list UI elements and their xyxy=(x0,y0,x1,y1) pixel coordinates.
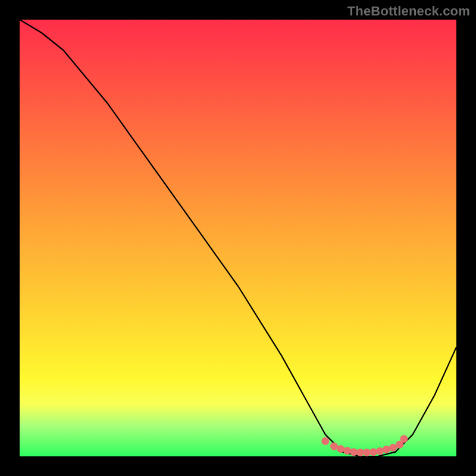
bottleneck-curve xyxy=(20,20,456,456)
optimal-marker xyxy=(383,446,390,453)
chart-frame: TheBottleneck.com xyxy=(0,0,476,476)
optimal-marker xyxy=(337,445,345,453)
plot-area xyxy=(20,20,456,456)
optimal-marker xyxy=(321,437,329,445)
watermark-text: TheBottleneck.com xyxy=(347,4,470,19)
optimal-marker xyxy=(369,448,377,456)
optimal-marker xyxy=(350,448,358,456)
optimal-range-markers xyxy=(321,435,408,456)
optimal-marker xyxy=(343,447,351,455)
optimal-marker xyxy=(400,435,408,443)
curve-svg xyxy=(20,20,456,456)
optimal-marker xyxy=(376,447,384,455)
optimal-marker xyxy=(363,449,371,456)
